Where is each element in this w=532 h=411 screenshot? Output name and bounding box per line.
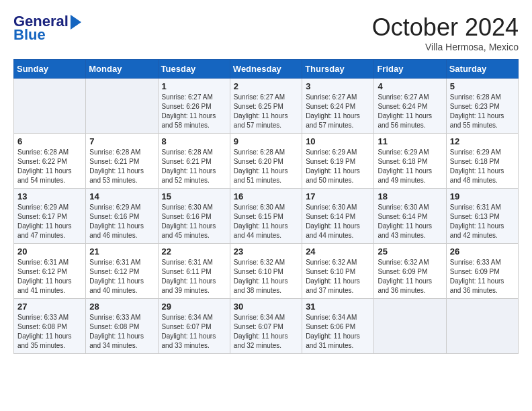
day-number: 12 bbox=[450, 136, 515, 146]
day-number: 16 bbox=[234, 191, 298, 201]
day-info: Sunrise: 6:33 AM Sunset: 6:09 PM Dayligh… bbox=[450, 258, 515, 295]
calendar-week-row: 1Sunrise: 6:27 AM Sunset: 6:26 PM Daylig… bbox=[14, 79, 519, 134]
calendar-day-cell: 11Sunrise: 6:29 AM Sunset: 6:18 PM Dayli… bbox=[374, 134, 446, 189]
calendar-day-cell: 22Sunrise: 6:31 AM Sunset: 6:11 PM Dayli… bbox=[158, 244, 230, 299]
day-info: Sunrise: 6:30 AM Sunset: 6:14 PM Dayligh… bbox=[306, 203, 370, 240]
day-number: 24 bbox=[306, 246, 370, 257]
day-number: 13 bbox=[17, 191, 82, 201]
calendar-day-cell bbox=[14, 79, 86, 134]
day-number: 10 bbox=[306, 136, 370, 146]
day-number: 18 bbox=[378, 191, 442, 201]
calendar-week-row: 20Sunrise: 6:31 AM Sunset: 6:12 PM Dayli… bbox=[14, 244, 519, 299]
weekday-header: Saturday bbox=[446, 60, 518, 79]
weekday-header: Monday bbox=[86, 60, 158, 79]
day-info: Sunrise: 6:29 AM Sunset: 6:17 PM Dayligh… bbox=[17, 203, 82, 240]
calendar-day-cell: 2Sunrise: 6:27 AM Sunset: 6:25 PM Daylig… bbox=[230, 79, 302, 134]
day-info: Sunrise: 6:27 AM Sunset: 6:24 PM Dayligh… bbox=[378, 93, 442, 130]
calendar-day-cell: 6Sunrise: 6:28 AM Sunset: 6:22 PM Daylig… bbox=[14, 134, 86, 189]
logo-blue: Blue bbox=[13, 27, 81, 43]
day-info: Sunrise: 6:29 AM Sunset: 6:19 PM Dayligh… bbox=[306, 148, 370, 185]
weekday-header: Sunday bbox=[14, 60, 86, 79]
calendar-week-row: 27Sunrise: 6:33 AM Sunset: 6:08 PM Dayli… bbox=[14, 299, 519, 354]
day-number: 11 bbox=[378, 136, 442, 146]
calendar-day-cell: 26Sunrise: 6:33 AM Sunset: 6:09 PM Dayli… bbox=[446, 244, 518, 299]
calendar-day-cell: 27Sunrise: 6:33 AM Sunset: 6:08 PM Dayli… bbox=[14, 299, 86, 354]
weekday-header: Tuesday bbox=[158, 60, 230, 79]
day-info: Sunrise: 6:28 AM Sunset: 6:21 PM Dayligh… bbox=[89, 148, 154, 185]
calendar-day-cell: 16Sunrise: 6:30 AM Sunset: 6:15 PM Dayli… bbox=[230, 189, 302, 244]
day-number: 21 bbox=[89, 246, 154, 257]
day-info: Sunrise: 6:31 AM Sunset: 6:11 PM Dayligh… bbox=[162, 258, 226, 295]
day-number: 23 bbox=[234, 246, 298, 257]
day-number: 30 bbox=[234, 302, 298, 312]
month-title: October 2024 bbox=[372, 13, 519, 42]
day-info: Sunrise: 6:29 AM Sunset: 6:16 PM Dayligh… bbox=[89, 203, 154, 240]
calendar-day-cell: 12Sunrise: 6:29 AM Sunset: 6:18 PM Dayli… bbox=[446, 134, 518, 189]
calendar-day-cell: 29Sunrise: 6:34 AM Sunset: 6:07 PM Dayli… bbox=[158, 299, 230, 354]
day-info: Sunrise: 6:32 AM Sunset: 6:09 PM Dayligh… bbox=[378, 258, 442, 295]
calendar-header-row: SundayMondayTuesdayWednesdayThursdayFrid… bbox=[14, 60, 519, 79]
day-number: 29 bbox=[162, 302, 226, 312]
calendar: SundayMondayTuesdayWednesdayThursdayFrid… bbox=[13, 59, 519, 354]
day-info: Sunrise: 6:32 AM Sunset: 6:10 PM Dayligh… bbox=[306, 258, 370, 295]
day-info: Sunrise: 6:30 AM Sunset: 6:14 PM Dayligh… bbox=[378, 203, 442, 240]
day-info: Sunrise: 6:34 AM Sunset: 6:06 PM Dayligh… bbox=[306, 313, 370, 351]
calendar-day-cell bbox=[446, 299, 518, 354]
calendar-day-cell: 14Sunrise: 6:29 AM Sunset: 6:16 PM Dayli… bbox=[86, 189, 158, 244]
day-info: Sunrise: 6:28 AM Sunset: 6:21 PM Dayligh… bbox=[162, 148, 226, 185]
day-number: 17 bbox=[306, 191, 370, 201]
day-info: Sunrise: 6:30 AM Sunset: 6:15 PM Dayligh… bbox=[234, 203, 298, 240]
day-info: Sunrise: 6:28 AM Sunset: 6:23 PM Dayligh… bbox=[450, 93, 515, 130]
logo: General Blue bbox=[13, 13, 81, 43]
calendar-day-cell: 13Sunrise: 6:29 AM Sunset: 6:17 PM Dayli… bbox=[14, 189, 86, 244]
calendar-day-cell: 10Sunrise: 6:29 AM Sunset: 6:19 PM Dayli… bbox=[302, 134, 374, 189]
day-info: Sunrise: 6:29 AM Sunset: 6:18 PM Dayligh… bbox=[450, 148, 515, 185]
day-number: 31 bbox=[306, 302, 370, 312]
weekday-header: Thursday bbox=[302, 60, 374, 79]
day-info: Sunrise: 6:29 AM Sunset: 6:18 PM Dayligh… bbox=[378, 148, 442, 185]
calendar-day-cell: 17Sunrise: 6:30 AM Sunset: 6:14 PM Dayli… bbox=[302, 189, 374, 244]
calendar-day-cell: 5Sunrise: 6:28 AM Sunset: 6:23 PM Daylig… bbox=[446, 79, 518, 134]
calendar-day-cell: 1Sunrise: 6:27 AM Sunset: 6:26 PM Daylig… bbox=[158, 79, 230, 134]
day-number: 7 bbox=[89, 136, 154, 146]
calendar-day-cell: 15Sunrise: 6:30 AM Sunset: 6:16 PM Dayli… bbox=[158, 189, 230, 244]
calendar-day-cell: 31Sunrise: 6:34 AM Sunset: 6:06 PM Dayli… bbox=[302, 299, 374, 354]
calendar-day-cell: 7Sunrise: 6:28 AM Sunset: 6:21 PM Daylig… bbox=[86, 134, 158, 189]
day-info: Sunrise: 6:31 AM Sunset: 6:12 PM Dayligh… bbox=[17, 258, 82, 295]
day-number: 8 bbox=[162, 136, 226, 146]
calendar-day-cell: 24Sunrise: 6:32 AM Sunset: 6:10 PM Dayli… bbox=[302, 244, 374, 299]
calendar-day-cell: 3Sunrise: 6:27 AM Sunset: 6:24 PM Daylig… bbox=[302, 79, 374, 134]
day-number: 5 bbox=[450, 81, 515, 91]
day-info: Sunrise: 6:32 AM Sunset: 6:10 PM Dayligh… bbox=[234, 258, 298, 295]
calendar-day-cell: 20Sunrise: 6:31 AM Sunset: 6:12 PM Dayli… bbox=[14, 244, 86, 299]
day-number: 15 bbox=[162, 191, 226, 201]
day-info: Sunrise: 6:27 AM Sunset: 6:25 PM Dayligh… bbox=[234, 93, 298, 130]
calendar-day-cell: 9Sunrise: 6:28 AM Sunset: 6:20 PM Daylig… bbox=[230, 134, 302, 189]
day-number: 3 bbox=[306, 81, 370, 91]
day-number: 9 bbox=[234, 136, 298, 146]
day-number: 4 bbox=[378, 81, 442, 91]
calendar-day-cell: 25Sunrise: 6:32 AM Sunset: 6:09 PM Dayli… bbox=[374, 244, 446, 299]
calendar-day-cell bbox=[374, 299, 446, 354]
page: General Blue October 2024 Villa Hermosa,… bbox=[0, 0, 532, 367]
weekday-header: Wednesday bbox=[230, 60, 302, 79]
day-info: Sunrise: 6:33 AM Sunset: 6:08 PM Dayligh… bbox=[89, 313, 154, 351]
day-number: 19 bbox=[450, 191, 515, 201]
day-info: Sunrise: 6:31 AM Sunset: 6:13 PM Dayligh… bbox=[450, 203, 515, 240]
weekday-header: Friday bbox=[374, 60, 446, 79]
day-number: 20 bbox=[17, 246, 82, 257]
calendar-day-cell: 19Sunrise: 6:31 AM Sunset: 6:13 PM Dayli… bbox=[446, 189, 518, 244]
day-info: Sunrise: 6:34 AM Sunset: 6:07 PM Dayligh… bbox=[162, 313, 226, 351]
day-number: 22 bbox=[162, 246, 226, 257]
day-number: 27 bbox=[17, 302, 82, 312]
day-number: 25 bbox=[378, 246, 442, 257]
day-number: 28 bbox=[89, 302, 154, 312]
day-info: Sunrise: 6:28 AM Sunset: 6:20 PM Dayligh… bbox=[234, 148, 298, 185]
calendar-day-cell: 21Sunrise: 6:31 AM Sunset: 6:12 PM Dayli… bbox=[86, 244, 158, 299]
calendar-day-cell: 30Sunrise: 6:34 AM Sunset: 6:07 PM Dayli… bbox=[230, 299, 302, 354]
calendar-day-cell: 4Sunrise: 6:27 AM Sunset: 6:24 PM Daylig… bbox=[374, 79, 446, 134]
calendar-day-cell: 18Sunrise: 6:30 AM Sunset: 6:14 PM Dayli… bbox=[374, 189, 446, 244]
day-info: Sunrise: 6:28 AM Sunset: 6:22 PM Dayligh… bbox=[17, 148, 82, 185]
calendar-day-cell bbox=[86, 79, 158, 134]
day-info: Sunrise: 6:30 AM Sunset: 6:16 PM Dayligh… bbox=[162, 203, 226, 240]
